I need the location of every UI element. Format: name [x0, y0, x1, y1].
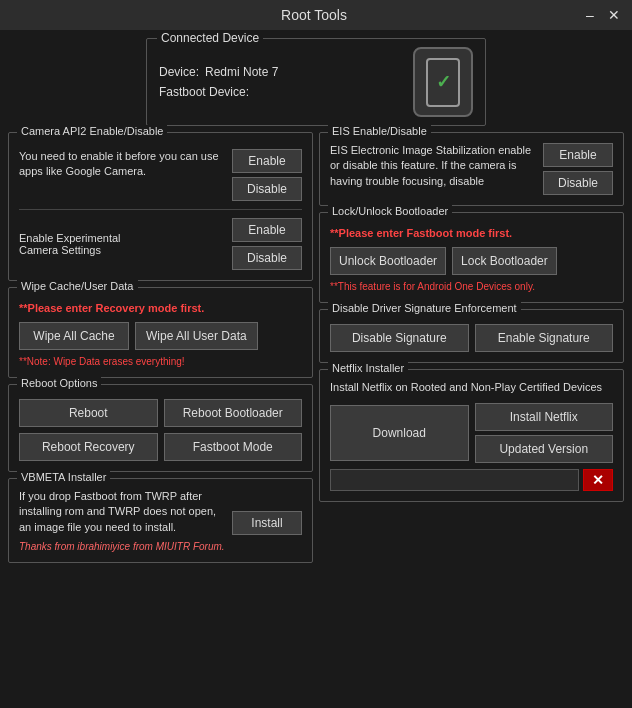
camera-exp-row: Enable Experimental Camera Settings Enab… — [19, 209, 302, 270]
phone-icon: ✓ — [413, 47, 473, 117]
reboot-grid: Reboot Reboot Bootloader Reboot Recovery… — [19, 399, 302, 461]
eis-enable-button[interactable]: Enable — [543, 143, 613, 167]
title-bar: Root Tools – ✕ — [0, 0, 632, 30]
camera-exp-enable-button[interactable]: Enable — [232, 218, 302, 242]
vbmeta-description: If you drop Fastboot from TWRP after ins… — [19, 489, 226, 535]
camera-btn-col: Enable Disable — [232, 149, 302, 201]
updated-version-button[interactable]: Updated Version — [475, 435, 614, 463]
disable-driver-title: Disable Driver Signature Enforcement — [328, 302, 521, 314]
eis-row: EIS Electronic Image Stabilization enabl… — [330, 143, 613, 195]
minimize-button[interactable]: – — [580, 5, 600, 25]
lock-warning: **Please enter Fastboot mode first. — [330, 227, 613, 239]
wipe-all-user-data-button[interactable]: Wipe All User Data — [135, 322, 258, 350]
connected-device-panel: Connected Device Device: Redmi Note 7 Fa… — [146, 38, 486, 126]
disable-row: Disable Signature Enable Signature — [330, 324, 613, 352]
camera-exp-disable-button[interactable]: Disable — [232, 246, 302, 270]
disable-driver-panel: Disable Driver Signature Enforcement Dis… — [319, 309, 624, 363]
netflix-download-button[interactable]: Download — [330, 405, 469, 461]
install-netflix-button[interactable]: Install Netflix — [475, 403, 614, 431]
checkmark-icon: ✓ — [436, 71, 451, 93]
app-title: Root Tools — [48, 7, 580, 23]
vbmeta-row: If you drop Fastboot from TWRP after ins… — [19, 489, 302, 535]
camera-api-panel: Camera API2 Enable/Disable You need to e… — [8, 132, 313, 281]
camera-main-row: You need to enable it before you can use… — [19, 149, 302, 201]
wipe-warning: **Please enter Recovery mode first. — [19, 302, 302, 314]
android-note: **This feature is for Android One Device… — [330, 281, 613, 292]
eis-panel: EIS Enable/Disable EIS Electronic Image … — [319, 132, 624, 206]
lock-unlock-panel: Lock/Unlock Bootloader **Please enter Fa… — [319, 212, 624, 303]
unlock-bootloader-button[interactable]: Unlock Bootloader — [330, 247, 446, 275]
device-info: Device: Redmi Note 7 Fastboot Device: — [159, 65, 278, 99]
netflix-url-row: ✕ — [330, 469, 613, 491]
device-row: Device: Redmi Note 7 — [159, 65, 278, 79]
two-col-layout: Camera API2 Enable/Disable You need to e… — [8, 132, 624, 563]
netflix-panel: Netflix Installer Install Netflix on Roo… — [319, 369, 624, 502]
camera-exp-btn-col: Enable Disable — [232, 218, 302, 270]
camera-exp-label: Enable Experimental Camera Settings — [19, 232, 139, 256]
main-content: Connected Device Device: Redmi Note 7 Fa… — [0, 30, 632, 571]
netflix-description: Install Netflix on Rooted and Non-Play C… — [330, 380, 613, 395]
connected-device-label: Connected Device — [157, 31, 263, 45]
eis-disable-button[interactable]: Disable — [543, 171, 613, 195]
wipe-cache-panel: Wipe Cache/User Data **Please enter Reco… — [8, 287, 313, 378]
fastboot-row: Fastboot Device: — [159, 85, 278, 99]
lock-unlock-title: Lock/Unlock Bootloader — [328, 205, 452, 217]
right-column: EIS Enable/Disable EIS Electronic Image … — [319, 132, 624, 563]
enable-signature-button[interactable]: Enable Signature — [475, 324, 614, 352]
wipe-note: **Note: Wipe Data erases everything! — [19, 356, 302, 367]
lock-bootloader-button[interactable]: Lock Bootloader — [452, 247, 557, 275]
vbmeta-text: If you drop Fastboot from TWRP after ins… — [19, 489, 226, 535]
camera-enable-button[interactable]: Enable — [232, 149, 302, 173]
reboot-recovery-button[interactable]: Reboot Recovery — [19, 433, 158, 461]
reboot-bootloader-button[interactable]: Reboot Bootloader — [164, 399, 303, 427]
wipe-all-cache-button[interactable]: Wipe All Cache — [19, 322, 129, 350]
reboot-button[interactable]: Reboot — [19, 399, 158, 427]
netflix-btn-col: Install Netflix Updated Version — [475, 403, 614, 463]
vbmeta-install-button[interactable]: Install — [232, 511, 302, 535]
camera-text: You need to enable it before you can use… — [19, 149, 226, 180]
title-bar-controls: – ✕ — [580, 5, 624, 25]
reboot-options-title: Reboot Options — [17, 377, 101, 389]
camera-description: You need to enable it before you can use… — [19, 149, 226, 180]
fastboot-label: Fastboot Device: — [159, 85, 249, 99]
vbmeta-title: VBMETA Installer — [17, 471, 110, 483]
left-column: Camera API2 Enable/Disable You need to e… — [8, 132, 313, 563]
wipe-cache-title: Wipe Cache/User Data — [17, 280, 138, 292]
fastboot-mode-button[interactable]: Fastboot Mode — [164, 433, 303, 461]
netflix-title: Netflix Installer — [328, 362, 408, 374]
eis-text: EIS Electronic Image Stabilization enabl… — [330, 143, 537, 189]
vbmeta-panel: VBMETA Installer If you drop Fastboot fr… — [8, 478, 313, 563]
disable-signature-button[interactable]: Disable Signature — [330, 324, 469, 352]
vbmeta-credit: Thanks from ibrahimiyice from MIUITR For… — [19, 541, 302, 552]
camera-api-title: Camera API2 Enable/Disable — [17, 125, 167, 137]
reboot-options-panel: Reboot Options Reboot Reboot Bootloader … — [8, 384, 313, 472]
lock-buttons: Unlock Bootloader Lock Bootloader — [330, 247, 613, 275]
wipe-buttons: Wipe All Cache Wipe All User Data — [19, 322, 302, 350]
camera-disable-button[interactable]: Disable — [232, 177, 302, 201]
eis-btn-col: Enable Disable — [543, 143, 613, 195]
netflix-grid: Download Install Netflix Updated Version — [330, 403, 613, 463]
eis-description: EIS Electronic Image Stabilization enabl… — [330, 143, 537, 189]
eis-title: EIS Enable/Disable — [328, 125, 431, 137]
device-label: Device: — [159, 65, 199, 79]
device-value: Redmi Note 7 — [205, 65, 278, 79]
netflix-go-button[interactable]: ✕ — [583, 469, 613, 491]
netflix-download-col: Download — [330, 403, 469, 463]
close-button[interactable]: ✕ — [604, 5, 624, 25]
netflix-url-input[interactable] — [330, 469, 579, 491]
